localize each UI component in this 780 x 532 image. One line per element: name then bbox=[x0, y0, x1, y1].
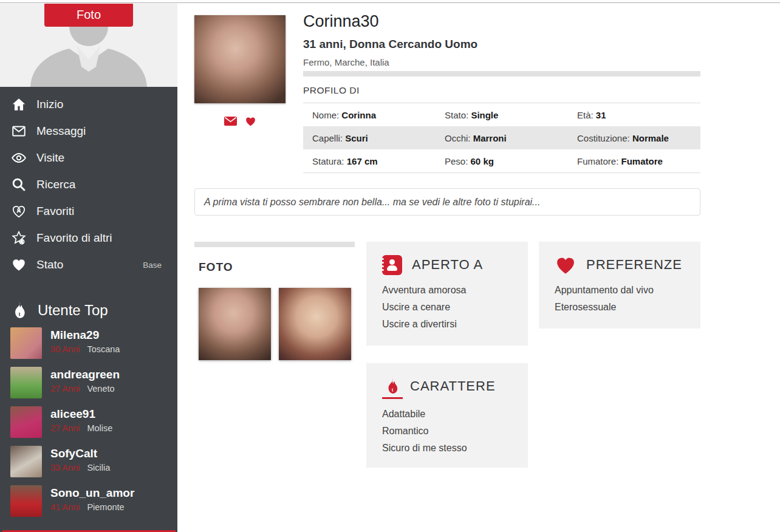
card-item: Avventura amorosa bbox=[382, 282, 528, 299]
card-title: PREFERENZE bbox=[586, 257, 682, 273]
detail-costituzione: Costituzione: Normale bbox=[568, 133, 700, 143]
my-avatar-placeholder[interactable]: Foto bbox=[0, 4, 177, 87]
user-age: 27 Anni bbox=[50, 423, 80, 433]
sidebar-menu: Inizio Messaggi Visite Ricerca Favoriti … bbox=[0, 91, 177, 278]
details-row: Capelli: Scuri Occhi: Marroni Costituzio… bbox=[303, 126, 700, 149]
user-avatar bbox=[10, 327, 42, 359]
user-avatar bbox=[10, 446, 42, 477]
contact-book-icon bbox=[382, 255, 402, 275]
card-title: APERTO A bbox=[412, 257, 483, 273]
sidebar-item-label: Inizio bbox=[36, 98, 63, 111]
star-user-icon bbox=[11, 230, 27, 246]
detail-capelli: Capelli: Scuri bbox=[303, 133, 436, 143]
photo-gallery bbox=[199, 288, 351, 360]
top-users-header: Utente Top bbox=[11, 299, 108, 322]
gallery-photo[interactable] bbox=[199, 288, 271, 360]
card-items: Appuntamento dal vivo Eterosessuale bbox=[539, 276, 700, 316]
sidebar-item-visite[interactable]: Visite bbox=[0, 145, 177, 171]
heart-user-icon bbox=[11, 203, 27, 219]
top-user-row[interactable]: alicee91 27 AnniMolise bbox=[10, 406, 168, 438]
card-item: Uscire a divertirsi bbox=[382, 316, 528, 333]
top-user-row[interactable]: andreagreen 27 AnniVeneto bbox=[10, 367, 168, 398]
sidebar-item-inizio[interactable]: Inizio bbox=[0, 91, 177, 118]
sidebar-item-messaggi[interactable]: Messaggi bbox=[0, 118, 177, 145]
user-name: Milena29 bbox=[50, 329, 120, 342]
detail-peso: Peso: 60 kg bbox=[436, 156, 568, 166]
card-item: Appuntamento dal vivo bbox=[555, 282, 700, 299]
top-user-row[interactable]: Milena29 30 AnniToscana bbox=[10, 327, 168, 359]
foto-section-title: FOTO bbox=[199, 261, 233, 274]
search-icon bbox=[11, 177, 27, 193]
home-icon bbox=[11, 97, 27, 112]
profile-location: Fermo, Marche, Italia bbox=[303, 57, 477, 67]
top-users-title: Utente Top bbox=[38, 302, 108, 319]
sidebar-item-ricerca[interactable]: Ricerca bbox=[0, 171, 177, 198]
profile-quote-box: A prima vista ti posso sembrare non bell… bbox=[194, 188, 700, 216]
sidebar-item-label: Stato bbox=[36, 258, 63, 271]
user-texts: alicee91 27 AnniMolise bbox=[50, 406, 112, 438]
user-avatar bbox=[10, 406, 42, 438]
user-age: 33 Anni bbox=[50, 463, 80, 472]
user-name: andreagreen bbox=[50, 368, 120, 381]
user-avatar bbox=[10, 485, 42, 517]
user-avatar bbox=[10, 367, 42, 398]
user-name: alicee91 bbox=[50, 408, 112, 421]
profile-details-table: Nome: Corinna Stato: Single Età: 31 Cape… bbox=[303, 103, 700, 173]
profile-section-title: PROFILO DI bbox=[303, 85, 360, 96]
card-item: Romantico bbox=[382, 423, 528, 440]
detail-stato: Stato: Single bbox=[436, 110, 568, 120]
user-name: Sono_un_amor bbox=[50, 486, 134, 500]
detail-fumatore: Fumatore: Fumatore bbox=[568, 156, 700, 166]
card-item: Adattabile bbox=[382, 406, 528, 423]
card-carattere: CARATTERE Adattabile Romantico Sicuro di… bbox=[366, 363, 528, 468]
card-item: Sicuro di me stesso bbox=[382, 440, 528, 457]
heart-icon bbox=[11, 257, 27, 273]
profile-username: Corinna30 bbox=[303, 12, 477, 31]
sidebar-item-favorito-di-altri[interactable]: Favorito di altri bbox=[0, 225, 177, 251]
card-preferenze: PREFERENZE Appuntamento dal vivo Eterose… bbox=[539, 242, 700, 329]
card-item: Uscire a cenare bbox=[382, 299, 528, 316]
top-user-row[interactable]: Sono_un_amor 41 AnniPiemonte bbox=[10, 485, 168, 517]
user-age: 41 Anni bbox=[50, 502, 80, 512]
profile-summary: 31 anni, Donna Cercando Uomo bbox=[303, 38, 477, 51]
envelope-icon bbox=[11, 123, 27, 139]
details-row: Statura: 167 cm Peso: 60 kg Fumatore: Fu… bbox=[303, 149, 700, 172]
status-badge: Base bbox=[143, 261, 162, 270]
details-row: Nome: Corinna Stato: Single Età: 31 bbox=[303, 103, 700, 126]
send-message-button[interactable] bbox=[224, 116, 237, 129]
heart-icon bbox=[555, 255, 576, 275]
sidebar-item-label: Ricerca bbox=[36, 178, 75, 191]
profile-actions bbox=[194, 116, 286, 129]
user-region: Toscana bbox=[87, 344, 120, 354]
card-header: PREFERENZE bbox=[539, 242, 700, 276]
profile-quote: A prima vista ti posso sembrare non bell… bbox=[204, 197, 540, 208]
user-name: SofyCalt bbox=[50, 447, 110, 460]
user-age: 27 Anni bbox=[50, 384, 80, 394]
user-texts: Milena29 30 AnniToscana bbox=[50, 327, 120, 359]
top-user-row[interactable]: SofyCalt 33 AnniSicilia bbox=[10, 446, 168, 477]
card-item: Eterosessuale bbox=[555, 299, 700, 316]
sidebar-item-label: Favoriti bbox=[36, 205, 74, 218]
sidebar-item-label: Messaggi bbox=[36, 124, 86, 138]
gallery-photo[interactable] bbox=[279, 288, 351, 360]
user-age: 30 Anni bbox=[50, 344, 80, 354]
card-header: CARATTERE bbox=[366, 363, 528, 397]
card-items: Adattabile Romantico Sicuro di me stesso bbox=[366, 397, 528, 457]
divider-bar bbox=[194, 242, 355, 247]
user-texts: Sono_un_amor 41 AnniPiemonte bbox=[50, 485, 134, 517]
sidebar-item-favoriti[interactable]: Favoriti bbox=[0, 198, 177, 225]
sidebar-item-stato[interactable]: Stato Base bbox=[0, 251, 177, 278]
profile-page: Foto Inizio Messaggi Visite Ricerca Favo… bbox=[0, 0, 780, 532]
detail-nome: Nome: Corinna bbox=[303, 110, 436, 120]
user-texts: andreagreen 27 AnniVeneto bbox=[50, 367, 120, 398]
profile-photo[interactable] bbox=[194, 15, 286, 103]
user-region: Sicilia bbox=[87, 463, 110, 472]
flame-icon bbox=[385, 377, 400, 395]
card-header: APERTO A bbox=[366, 242, 528, 276]
eye-icon bbox=[11, 150, 27, 166]
like-button[interactable] bbox=[245, 116, 256, 129]
card-items: Avventura amorosa Uscire a cenare Uscire… bbox=[366, 276, 528, 333]
sidebar-item-label: Favorito di altri bbox=[36, 231, 112, 245]
foto-button[interactable]: Foto bbox=[44, 4, 133, 27]
user-region: Piemonte bbox=[87, 502, 124, 512]
